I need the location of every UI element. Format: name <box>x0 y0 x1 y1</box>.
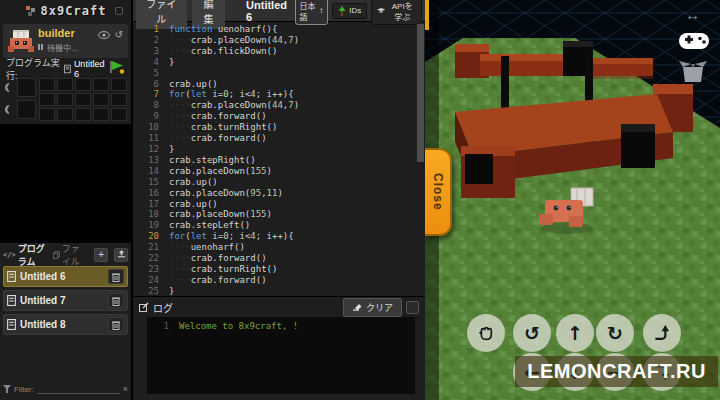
line-number: 10 <box>133 122 159 133</box>
log-line-number: 1 <box>147 321 169 331</box>
inventory-slot[interactable] <box>75 108 91 121</box>
eraser-icon <box>352 303 362 311</box>
upload-program-button[interactable] <box>114 248 128 262</box>
editor-topbar: ファイル 編集 Untitled 6 日本語 ↕ IDs <box>133 0 425 22</box>
inventory-slot[interactable] <box>111 78 127 91</box>
inventory-slot[interactable] <box>39 93 55 106</box>
tab-files-label: ファイル <box>62 242 88 268</box>
code-line: 11····crab.forward() <box>133 133 425 144</box>
learn-api-button[interactable]: APIを学ぶ <box>371 0 422 25</box>
rotate-right-button[interactable]: ↻ <box>596 314 634 352</box>
log-popout-icon[interactable] <box>406 301 419 314</box>
gamepad-icon[interactable] <box>678 30 710 52</box>
line-number: 6 <box>133 79 159 90</box>
program-item[interactable]: Untitled 8 <box>3 314 128 335</box>
move-forward-button[interactable]: ↑ <box>556 314 594 352</box>
inventory-slot[interactable] <box>93 108 109 121</box>
eye-icon[interactable] <box>98 31 110 39</box>
line-number: 18 <box>133 209 159 220</box>
line-number: 2 <box>133 35 159 46</box>
document-icon <box>7 295 16 306</box>
resize-icon[interactable]: ↔ <box>685 6 700 23</box>
code-line: 12} <box>133 144 425 155</box>
filter-clear-icon[interactable]: × <box>123 384 128 394</box>
program-item-label: Untitled 6 <box>20 271 66 282</box>
code-line: 5 <box>133 68 425 79</box>
box-icon[interactable] <box>679 58 707 84</box>
inventory-slot[interactable] <box>75 93 91 106</box>
run-flag-button[interactable] <box>109 60 125 77</box>
hand-button[interactable] <box>467 314 505 352</box>
line-number: 23 <box>133 264 159 275</box>
add-program-button[interactable]: + <box>94 248 108 262</box>
pause-icon <box>38 43 44 52</box>
sapling-icon <box>338 6 346 16</box>
code-line: 18crab.placeDown(155) <box>133 209 425 220</box>
log-panel: ログ クリア 1 Welcome to 8x9craft, ! <box>133 296 425 400</box>
line-number: 16 <box>133 188 159 199</box>
filter-input[interactable] <box>37 384 120 394</box>
delete-program-button[interactable] <box>108 269 124 284</box>
line-number: 25 <box>133 286 159 296</box>
code-line: 2····crab.placeDown(44,7) <box>133 35 425 46</box>
tab-programs[interactable]: </> プログラム <box>3 242 47 268</box>
inventory-slot[interactable] <box>75 78 91 91</box>
code-line: 15crab.up() <box>133 177 425 188</box>
inventory-slot[interactable] <box>57 93 73 106</box>
code-line: 9····crab.forward() <box>133 111 425 122</box>
language-value: 日本語 <box>300 0 317 22</box>
inventory-slot[interactable] <box>93 78 109 91</box>
logo-bar: 8x9Craft <box>0 0 131 22</box>
trash-icon <box>112 320 120 330</box>
language-select[interactable]: 日本語 ↕ <box>295 0 329 25</box>
log-output: 1 Welcome to 8x9craft, ! <box>147 317 415 394</box>
line-number: 5 <box>133 68 159 79</box>
game-viewport[interactable]: Close ↔ ↺ ↑ ↻ ← <box>425 0 720 400</box>
program-item-label: Untitled 8 <box>20 319 66 330</box>
ids-button[interactable]: IDs <box>332 3 367 19</box>
log-line: 1 Welcome to 8x9craft, ! <box>147 321 415 331</box>
inventory-slot[interactable] <box>17 78 36 97</box>
inventory-slot[interactable] <box>57 78 73 91</box>
scrollbar-thumb[interactable] <box>417 24 424 162</box>
inventory-slot[interactable] <box>17 100 36 119</box>
line-number: 7 <box>133 89 159 100</box>
code-line: 1function uenoharf(){ <box>133 24 425 35</box>
delete-program-button[interactable] <box>108 293 124 308</box>
clear-log-button[interactable]: クリア <box>343 298 402 317</box>
filter-row: Filter: × <box>3 381 128 397</box>
code-editor[interactable]: 1function uenoharf(){2····crab.placeDown… <box>133 22 425 296</box>
document-title: Untitled 6 <box>246 0 289 23</box>
close-panel-tab[interactable]: Close <box>425 148 452 236</box>
editor-scrollbar[interactable] <box>416 22 425 296</box>
line-number: 14 <box>133 166 159 177</box>
move-up-button[interactable] <box>643 314 681 352</box>
program-item[interactable]: Untitled 7 <box>3 290 128 311</box>
collapse-sidebar-icon[interactable] <box>115 7 123 15</box>
code-line: 8····crab.placeDown(44,7) <box>133 100 425 111</box>
refresh-icon[interactable]: ↺ <box>115 29 123 40</box>
inventory-slot[interactable] <box>39 78 55 91</box>
logo-icon <box>25 5 37 17</box>
code-line: 21····uenoharf() <box>133 242 425 253</box>
trash-icon <box>112 272 120 282</box>
inventory-slot[interactable] <box>93 93 109 106</box>
hand-icon <box>475 322 497 344</box>
code-text <box>159 68 169 79</box>
program-item[interactable]: Untitled 6 <box>3 266 128 287</box>
inventory-grid <box>39 78 127 120</box>
line-number: 8 <box>133 100 159 111</box>
code-line: 19crab.stepLeft() <box>133 220 425 231</box>
inventory-slot[interactable] <box>111 108 127 121</box>
updown-arrows-icon: ↕ <box>319 6 323 15</box>
document-icon <box>64 64 71 74</box>
tab-files[interactable]: ファイル <box>53 242 88 268</box>
inventory-slot[interactable] <box>57 108 73 121</box>
rotate-left-button[interactable]: ↺ <box>513 314 551 352</box>
robot-card[interactable]: builder 待機中... ↺ <box>3 24 128 58</box>
inventory-slot[interactable] <box>111 93 127 106</box>
inventory-slot[interactable] <box>39 108 55 121</box>
code-line: 17crab.up() <box>133 199 425 210</box>
rotate-ccw-icon: ↺ <box>524 322 540 344</box>
delete-program-button[interactable] <box>108 317 124 332</box>
